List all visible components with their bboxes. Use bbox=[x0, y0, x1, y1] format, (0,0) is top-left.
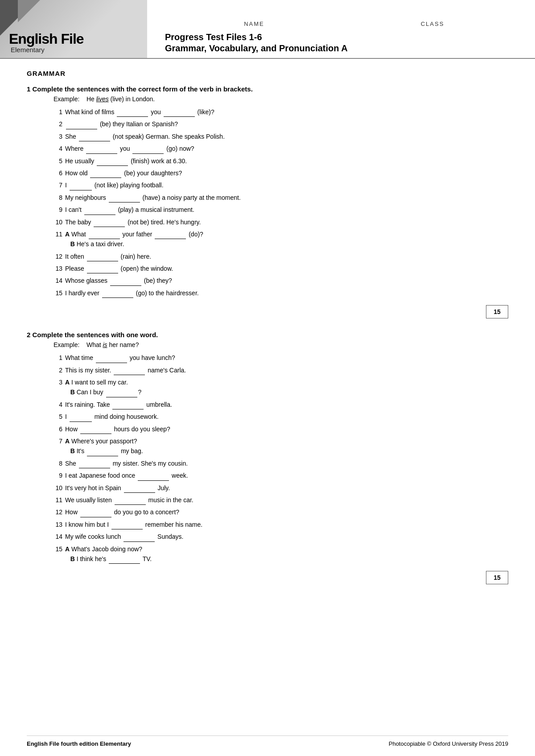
q1-item-7: 7 I (not like) playing football. bbox=[54, 180, 508, 190]
content: GRAMMAR 1 Complete the sentences with th… bbox=[0, 59, 535, 606]
q2-item-14: 14 My wife cooks lunch Sundays. bbox=[54, 532, 508, 541]
q1-item-13: 13 Please (open) the window. bbox=[54, 264, 508, 273]
question-2-header: 2 Complete the sentences with one word. bbox=[27, 331, 508, 339]
q2-item-11: 11 We usually listen music in the car. bbox=[54, 495, 508, 505]
q1-item-5: 5 He usually (finish) work at 6.30. bbox=[54, 156, 508, 166]
q1-item-4: 4 Where you (go) now? bbox=[54, 144, 508, 153]
q1-item-12: 12 It often (rain) here. bbox=[54, 252, 508, 261]
question-2-list: 1 What time you have lunch? 2 This is my… bbox=[54, 353, 508, 564]
q1-item-2: 2 (be) they Italian or Spanish? bbox=[54, 119, 508, 129]
main-title: Progress Test Files 1-6 bbox=[165, 31, 522, 43]
q2-item-13: 13 I know him but I remember his name. bbox=[54, 520, 508, 529]
subtitle: Grammar, Vocabulary, and Pronunciation A bbox=[165, 43, 522, 54]
logo-elementary: Elementary bbox=[11, 46, 138, 54]
question-2-block: 2 Complete the sentences with one word. … bbox=[27, 331, 508, 584]
example-italic-1: lives bbox=[96, 95, 109, 103]
q2-item-8: 8 She my sister. She's my cousin. bbox=[54, 459, 508, 468]
footer-left: English File fourth edition Elementary bbox=[27, 740, 131, 747]
q2-item-4: 4 It's raining. Take umbrella. bbox=[54, 400, 508, 409]
class-label: CLASS bbox=[343, 21, 522, 27]
q2-item-5: 5 I mind doing housework. bbox=[54, 412, 508, 421]
q1-item-11: 11 A What your father (do)? B He's a tax… bbox=[54, 229, 508, 249]
q2-score-box: 15 bbox=[486, 571, 508, 584]
grammar-section-title: GRAMMAR bbox=[27, 70, 508, 77]
name-class-row: NAME CLASS bbox=[165, 21, 522, 27]
q1-item-10: 10 The baby (not be) tired. He's hungry. bbox=[54, 217, 508, 227]
q2-score-wrap: 15 bbox=[27, 571, 508, 584]
page: English File Elementary NAME CLASS Progr… bbox=[0, 0, 535, 756]
footer: English File fourth edition Elementary P… bbox=[27, 735, 508, 747]
logo-english-file: English File bbox=[9, 32, 138, 46]
q1-item-1: 1 What kind of films you (like)? bbox=[54, 107, 508, 117]
question-1-example: Example: He lives (live) in London. bbox=[54, 95, 508, 103]
q2-item-6: 6 How hours do you sleep? bbox=[54, 424, 508, 434]
q2-item-9: 9 I eat Japanese food once week. bbox=[54, 471, 508, 480]
q2-item-10: 10 It's very hot in Spain July. bbox=[54, 483, 508, 493]
q1-score-wrap: 15 bbox=[27, 305, 508, 318]
q2-item-3: 3 A I want to sell my car. B Can I buy ? bbox=[54, 377, 508, 397]
logo-section: English File Elementary bbox=[0, 0, 147, 58]
q1-item-9: 9 I can't (play) a musical instrument. bbox=[54, 205, 508, 215]
q2-item-15: 15 A What's Jacob doing now? B I think h… bbox=[54, 544, 508, 564]
header-title-section: NAME CLASS Progress Test Files 1-6 Gramm… bbox=[147, 0, 535, 58]
question-2-example: Example: What is her name? bbox=[54, 341, 508, 348]
footer-right: Photocopiable © Oxford University Press … bbox=[389, 740, 508, 747]
q1-item-8: 8 My neighbours (have) a noisy party at … bbox=[54, 193, 508, 202]
question-1-header: 1 Complete the sentences with the correc… bbox=[27, 85, 508, 93]
q2-item-7: 7 A Where's your passport? B It's my bag… bbox=[54, 436, 508, 456]
q1-item-14: 14 Whose glasses (be) they? bbox=[54, 276, 508, 285]
q2-item-12: 12 How do you go to a concert? bbox=[54, 507, 508, 517]
question-1-list: 1 What kind of films you (like)? 2 (be) … bbox=[54, 107, 508, 298]
q2-item-1: 1 What time you have lunch? bbox=[54, 353, 508, 363]
example-italic-2: is bbox=[103, 341, 107, 348]
question-1-block: 1 Complete the sentences with the correc… bbox=[27, 85, 508, 318]
q1-item-3: 3 She (not speak) German. She speaks Pol… bbox=[54, 132, 508, 141]
q2-item-2: 2 This is my sister. name's Carla. bbox=[54, 365, 508, 375]
q1-item-15: 15 I hardly ever (go) to the hairdresser… bbox=[54, 288, 508, 298]
q1-score-box: 15 bbox=[486, 305, 508, 318]
q1-item-6: 6 How old (be) your daughters? bbox=[54, 168, 508, 178]
name-label: NAME bbox=[165, 21, 343, 27]
header: English File Elementary NAME CLASS Progr… bbox=[0, 0, 535, 59]
